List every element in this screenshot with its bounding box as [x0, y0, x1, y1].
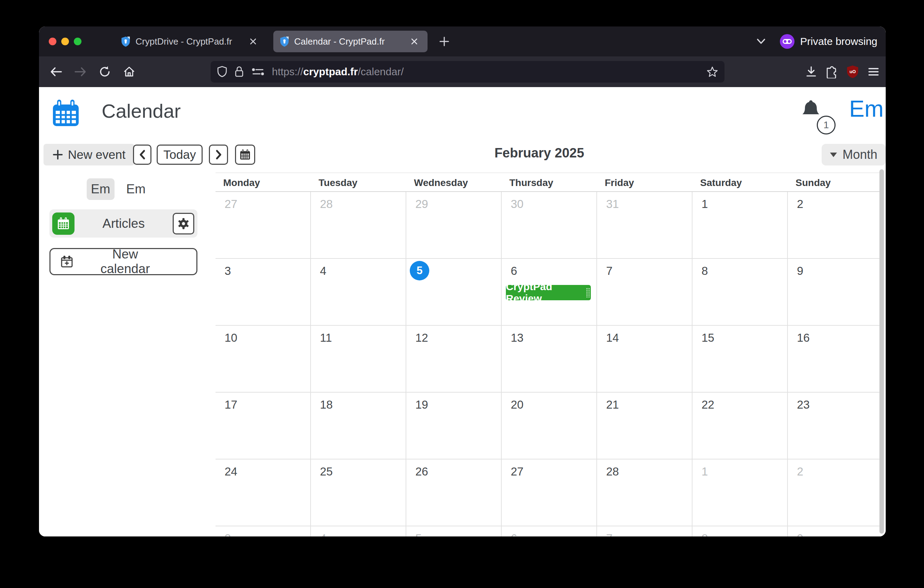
tracking-protection-shield-icon[interactable]	[217, 66, 227, 78]
calendar-day-cell[interactable]: 11	[311, 326, 406, 392]
ublock-origin-icon[interactable]: uO	[846, 65, 859, 79]
new-event-button[interactable]: New event	[43, 144, 134, 165]
next-month-button[interactable]	[209, 145, 228, 165]
calendar-day-cell[interactable]: 2	[788, 459, 883, 526]
calendar-day-cell[interactable]: 21	[597, 393, 693, 459]
weekday-header: Tuesday	[311, 173, 406, 191]
private-browsing-label: Private browsing	[800, 36, 877, 47]
calendar-day-cell[interactable]: 23	[788, 393, 883, 459]
calendar-day-cell[interactable]: 14	[597, 326, 693, 392]
calendar-day-cell[interactable]: 29	[406, 192, 502, 258]
close-window-button[interactable]	[49, 38, 56, 45]
weekday-header: Monday	[216, 173, 311, 191]
calendar-day-cell[interactable]: 16	[788, 326, 883, 392]
calendar-list-item-articles[interactable]: Articles	[50, 209, 197, 238]
calendar-day-cell[interactable]: 15	[693, 326, 788, 392]
day-number: 28	[320, 198, 333, 211]
weekday-header: Sunday	[788, 173, 883, 191]
calendar-day-cell[interactable]: 17	[216, 393, 311, 459]
calendar-day-cell[interactable]: 31	[597, 192, 693, 258]
url-bar[interactable]: https://cryptpad.fr/calendar/	[211, 61, 724, 83]
calendar-day-cell[interactable]: 28	[597, 459, 693, 526]
minimize-window-button[interactable]	[61, 38, 69, 45]
url-text[interactable]: https://cryptpad.fr/calendar/	[272, 66, 700, 78]
calendar-day-cell[interactable]: 13	[502, 326, 597, 392]
calendar-day-cell[interactable]: 28	[311, 192, 406, 258]
new-tab-button[interactable]	[437, 35, 452, 48]
day-number: 5	[415, 532, 422, 537]
avatar-user[interactable]: Em	[87, 178, 115, 200]
view-mode-dropdown[interactable]: Month	[822, 144, 886, 165]
tab-calendar[interactable]: Calendar - CryptPad.fr	[273, 31, 427, 52]
tab-cryptdrive[interactable]: CryptDrive - CryptPad.fr	[116, 26, 265, 56]
calendar-day-cell[interactable]: 5	[406, 526, 502, 537]
calendar-day-cell[interactable]: 3	[216, 526, 311, 537]
calendar-day-cell[interactable]: 8	[693, 259, 788, 325]
calendar-day-cell[interactable]: 24	[216, 459, 311, 526]
day-number: 27	[511, 465, 524, 478]
bookmark-star-icon[interactable]	[706, 66, 718, 78]
menu-hamburger-icon[interactable]	[867, 66, 880, 77]
calendar-day-cell[interactable]: 4	[311, 259, 406, 325]
calendar-day-cell[interactable]: 27	[216, 192, 311, 258]
reload-button[interactable]	[92, 61, 117, 82]
calendar-day-cell[interactable]: 7	[597, 259, 693, 325]
calendar-day-cell[interactable]: 25	[311, 459, 406, 526]
close-tab-icon[interactable]	[408, 35, 421, 48]
today-indicator: 5	[410, 261, 429, 281]
back-button[interactable]	[44, 61, 68, 82]
private-browsing-mask-icon	[780, 34, 794, 49]
calendar-day-cell[interactable]: 12	[406, 326, 502, 392]
new-calendar-button[interactable]: New calendar	[50, 248, 197, 275]
cryptpad-calendar-app: Calendar 1 Em New event Today	[39, 87, 886, 537]
notifications-button[interactable]: 1	[800, 100, 838, 138]
home-button[interactable]	[117, 61, 141, 82]
event-cryptpad-review[interactable]: CryptPad Review	[506, 285, 591, 300]
maximize-window-button[interactable]	[74, 38, 81, 45]
calendar-day-cell[interactable]: 4	[311, 526, 406, 537]
calendar-day-cell[interactable]: 1	[693, 192, 788, 258]
calendar-day-cell[interactable]: 1	[693, 459, 788, 526]
calendar-day-cell[interactable]: 3	[216, 259, 311, 325]
list-all-tabs-button[interactable]	[753, 36, 769, 47]
vertical-scrollbar[interactable]	[879, 169, 884, 533]
tab-bar: CryptDrive - CryptPad.fr Calendar - Cryp…	[39, 26, 886, 56]
mini-calendar-icon	[239, 149, 251, 160]
calendar-day-cell[interactable]: 2	[788, 192, 883, 258]
calendar-day-cell[interactable]: 9	[788, 259, 883, 325]
calendar-day-cell[interactable]: 6CryptPad Review	[502, 259, 597, 325]
close-tab-icon[interactable]	[246, 35, 260, 48]
day-number: 19	[415, 398, 428, 411]
avatar-team[interactable]: Em	[122, 178, 150, 200]
forward-button[interactable]	[68, 61, 92, 82]
calendar-day-cell[interactable]: 27	[502, 459, 597, 526]
lock-icon[interactable]	[234, 66, 244, 78]
calendar-day-cell[interactable]: 22	[693, 393, 788, 459]
calendar-day-cell[interactable]: 7	[597, 526, 693, 537]
calendar-day-cell[interactable]: 18	[311, 393, 406, 459]
day-number: 23	[797, 398, 810, 411]
calendar-day-cell[interactable]: 26	[406, 459, 502, 526]
permissions-icon[interactable]	[251, 66, 265, 77]
calendar-day-cell[interactable]: 9	[788, 526, 883, 537]
calendar-day-cell[interactable]: 8	[693, 526, 788, 537]
caret-down-icon	[830, 153, 837, 157]
calendar-day-cell[interactable]: 19	[406, 393, 502, 459]
previous-month-button[interactable]	[133, 145, 152, 165]
calendar-day-cell[interactable]: 6	[502, 526, 597, 537]
day-number: 2	[797, 465, 803, 478]
calendar-day-cell[interactable]: 30	[502, 192, 597, 258]
day-number: 2	[797, 198, 803, 211]
navigation-bar: https://cryptpad.fr/calendar/ uO	[39, 56, 886, 88]
jump-to-date-button[interactable]	[235, 145, 255, 165]
weekday-header: Thursday	[502, 173, 597, 191]
calendar-day-cell[interactable]: 20	[502, 393, 597, 459]
extensions-puzzle-icon[interactable]	[825, 65, 838, 78]
calendar-settings-button[interactable]	[173, 213, 194, 235]
today-button[interactable]: Today	[157, 145, 203, 165]
calendar-day-cell[interactable]: 10	[216, 326, 311, 392]
cryptpad-favicon-icon	[121, 36, 130, 47]
calendar-day-cell[interactable]: 5	[406, 259, 502, 325]
user-account-button[interactable]: Em	[849, 96, 884, 122]
downloads-icon[interactable]	[805, 66, 817, 78]
